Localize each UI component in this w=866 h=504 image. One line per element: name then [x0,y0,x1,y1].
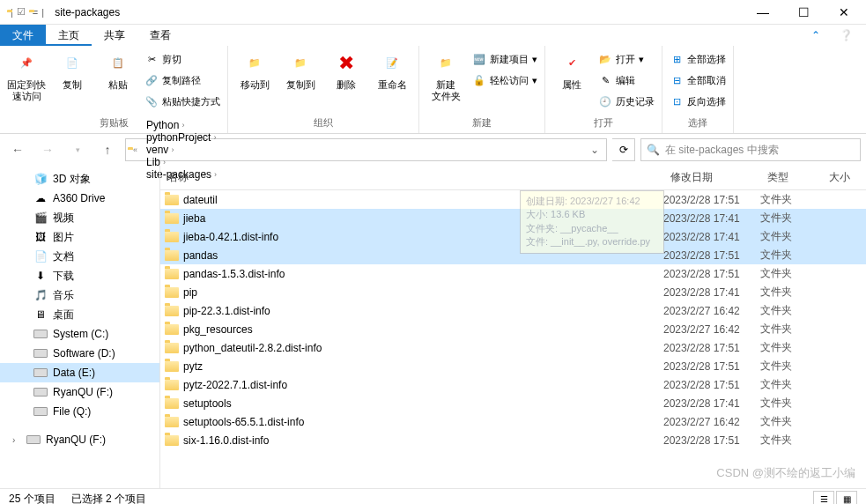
address-bar[interactable]: « Python ›pythonProject ›venv ›Lib ›site… [125,138,607,161]
file-row[interactable]: pip-22.3.1.dist-info2023/2/27 16:42文件夹 [160,301,866,320]
file-row[interactable]: dateutil2023/2/28 17:51文件夹 [160,190,866,209]
properties-button[interactable]: ✔属性 [551,49,593,91]
history-button[interactable]: 🕘历史记录 [596,92,656,111]
maximize-button[interactable]: ☐ [783,0,824,25]
minimize-button[interactable]: ― [743,0,783,25]
folder-icon [164,304,180,318]
cut-button[interactable]: ✂剪切 [143,49,222,69]
pin-button[interactable]: 📌固定到快 速访问 [5,49,48,102]
close-button[interactable]: ✕ [824,0,864,25]
file-row[interactable]: pkg_resources2023/2/27 16:42文件夹 [160,320,866,338]
sidebar-item--[interactable]: 🎵音乐 [0,285,159,305]
file-row[interactable]: pandas-1.5.3.dist-info2023/2/28 17:51文件夹 [160,264,866,283]
view-details-button[interactable]: ☰ [813,491,834,505]
sidebar-item--[interactable]: 🖼图片 [0,227,159,247]
pasteshortcut-button[interactable]: 📎粘贴快捷方式 [143,92,222,111]
selectnone-button[interactable]: ⊟全部取消 [668,70,728,90]
qat-sep2: = [33,7,38,18]
file-row[interactable]: jieba-0.42.1.dist-info2023/2/28 17:41文件夹 [160,227,866,246]
tab-home[interactable]: 主页 [46,25,92,46]
search-placeholder: 在 site-packages 中搜索 [665,143,779,158]
expand-icon[interactable]: › [12,435,21,445]
down-icon: ⬇ [33,269,48,283]
file-row[interactable]: pytz-2022.7.1.dist-info2023/2/28 17:51文件… [160,375,866,394]
drive-icon [33,404,48,419]
status-count: 25 个项目 [9,492,56,504]
copy-button[interactable]: 📄复制 [51,49,93,91]
easyaccess-button[interactable]: 🔓轻松访问▾ [470,70,539,90]
folder-icon [164,378,180,392]
up-button[interactable]: ↑ [95,137,120,162]
sidebar-item-file-q-[interactable]: File (Q:) [0,402,159,421]
rename-button[interactable]: 📝重命名 [371,49,413,91]
qat-sep: | [11,7,13,18]
group-new: 新建 [425,115,539,131]
doc-icon: 📄 [33,249,48,263]
moveto-button[interactable]: 📁移动到 [233,49,276,91]
col-date[interactable]: 修改日期 [663,170,760,185]
invert-button[interactable]: ⊡反向选择 [668,92,728,111]
video-icon: 🎬 [33,211,48,225]
selectall-button[interactable]: ⊞全部选择 [668,49,728,69]
sidebar-item-system-c-[interactable]: System (C:) [0,324,159,344]
refresh-button[interactable]: ⟳ [612,138,635,161]
sidebar-item--[interactable]: 📄文档 [0,247,159,266]
checkbox-icon[interactable]: ☑ [17,6,26,18]
sidebar-item-drive-f[interactable]: › RyanQU (F:) [0,430,159,449]
addr-dropdown-icon[interactable]: ⌄ [585,144,604,156]
crumb-pythonproject[interactable]: pythonProject › [143,131,220,144]
folder-icon [164,341,180,355]
file-row[interactable]: pip2023/2/28 17:41文件夹 [160,283,866,301]
file-row[interactable]: jieba2023/2/28 17:41文件夹 [160,209,866,227]
tab-view[interactable]: 查看 [137,25,183,46]
titlebar: | ☑ = | site-packages ― ☐ ✕ [0,0,866,25]
delete-button[interactable]: ✖删除 [325,49,367,91]
crumb-python[interactable]: Python › [143,119,220,131]
file-row[interactable]: python_dateutil-2.8.2.dist-info2023/2/28… [160,338,866,357]
group-organize: 组织 [233,115,413,131]
crumb-venv[interactable]: venv › [143,144,220,156]
newfolder-button[interactable]: 📁新建 文件夹 [425,49,467,102]
navigation-pane[interactable]: 🧊3D 对象☁A360 Drive🎬视频🖼图片📄文档⬇下载🎵音乐🖥桌面Syste… [0,166,160,488]
open-button[interactable]: 📂打开▾ [596,49,656,69]
help-icon[interactable]: ❔ [825,25,866,46]
col-size[interactable]: 大小 [822,170,866,185]
main-content: 🧊3D 对象☁A360 Drive🎬视频🖼图片📄文档⬇下载🎵音乐🖥桌面Syste… [0,166,866,488]
file-row[interactable]: setuptools-65.5.1.dist-info2023/2/27 16:… [160,412,866,431]
file-row[interactable]: pytz2023/2/28 17:51文件夹 [160,357,866,375]
drive-icon [33,366,48,380]
file-row[interactable]: setuptools2023/2/28 17:41文件夹 [160,394,866,412]
window-title: site-packages [49,6,743,19]
recent-button[interactable]: ▾ [65,137,90,162]
sidebar-item-a360-drive[interactable]: ☁A360 Drive [0,189,159,208]
copypath-button[interactable]: 🔗复制路径 [143,70,222,90]
sidebar-item-ryanqu-f-[interactable]: RyanQU (F:) [0,382,159,402]
tab-file[interactable]: 文件 [0,25,46,46]
sidebar-item-3d-[interactable]: 🧊3D 对象 [0,169,159,189]
file-row[interactable]: six-1.16.0.dist-info2023/2/28 17:51文件夹 [160,431,866,449]
back-button[interactable]: ← [5,137,30,162]
sidebar-item--[interactable]: 🎬视频 [0,208,159,227]
sidebar-item--[interactable]: 🖥桌面 [0,305,159,324]
column-headers[interactable]: 名称 修改日期 类型 大小 [160,166,866,190]
search-input[interactable]: 🔍 在 site-packages 中搜索 [640,138,861,161]
sidebar-item-data-e-[interactable]: Data (E:) [0,363,159,382]
ribbon-tabs: 文件 主页 共享 查看 ⌃ ❔ [0,25,866,46]
folder-icon [164,267,180,281]
search-icon: 🔍 [647,144,660,156]
newitem-button[interactable]: 🆕新建项目▾ [470,49,539,69]
forward-button[interactable]: → [35,137,60,162]
col-type[interactable]: 类型 [760,170,822,185]
file-row[interactable]: pandas2023/2/28 17:51文件夹 [160,246,866,264]
paste-button[interactable]: 📋粘贴 [97,49,139,91]
sidebar-item-software-d-[interactable]: Software (D:) [0,344,159,363]
folder-icon [164,211,180,226]
copyto-button[interactable]: 📁复制到 [279,49,322,91]
edit-button[interactable]: ✎编辑 [596,70,656,90]
tab-share[interactable]: 共享 [92,25,137,46]
col-name[interactable]: 名称 [160,170,663,185]
folder-icon [164,415,180,429]
view-icons-button[interactable]: ▦ [836,491,857,505]
collapse-ribbon-icon[interactable]: ⌃ [806,25,825,46]
sidebar-item--[interactable]: ⬇下载 [0,266,159,285]
